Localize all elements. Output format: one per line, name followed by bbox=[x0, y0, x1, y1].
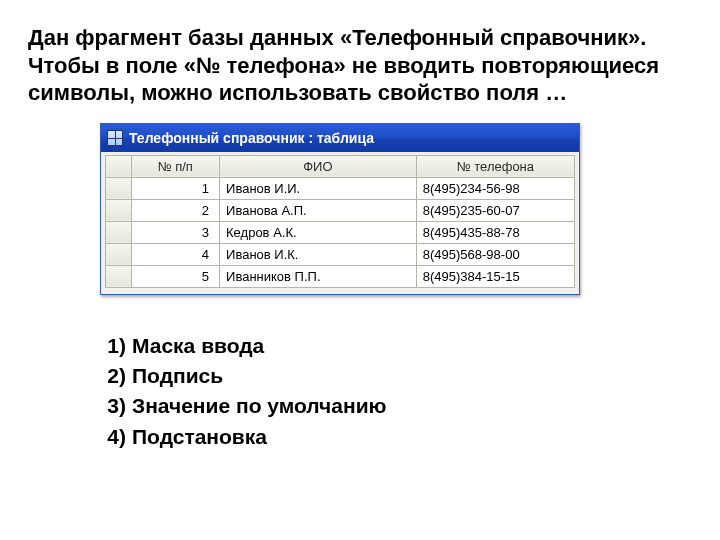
answer-option: 4) Подстановка bbox=[100, 422, 692, 452]
cell-phone: 8(495)568-98-00 bbox=[416, 243, 574, 265]
answer-option: 1) Маска ввода bbox=[100, 331, 692, 361]
answer-number: 1) bbox=[100, 331, 126, 361]
answer-number: 2) bbox=[100, 361, 126, 391]
question-text: Дан фрагмент базы данных «Телефонный спр… bbox=[28, 24, 692, 107]
cell-num: 1 bbox=[131, 177, 220, 199]
table-row: 1 Иванов И.И. 8(495)234-56-98 bbox=[106, 177, 575, 199]
answer-number: 4) bbox=[100, 422, 126, 452]
cell-num: 5 bbox=[131, 265, 220, 287]
table-row: 3 Кедров А.К. 8(495)435-88-78 bbox=[106, 221, 575, 243]
col-header-phone: № телефона bbox=[416, 155, 574, 177]
row-selector bbox=[106, 199, 132, 221]
answer-option: 3) Значение по умолчанию bbox=[100, 391, 692, 421]
answer-text: Значение по умолчанию bbox=[132, 391, 387, 421]
col-header-num: № п/п bbox=[131, 155, 220, 177]
cell-phone: 8(495)235-60-07 bbox=[416, 199, 574, 221]
answer-number: 3) bbox=[100, 391, 126, 421]
cell-phone: 8(495)234-56-98 bbox=[416, 177, 574, 199]
answer-text: Маска ввода bbox=[132, 331, 264, 361]
cell-fio: Кедров А.К. bbox=[220, 221, 417, 243]
col-header-fio: ФИО bbox=[220, 155, 417, 177]
table-row: 5 Иванников П.П. 8(495)384-15-15 bbox=[106, 265, 575, 287]
row-selector bbox=[106, 177, 132, 199]
row-selector bbox=[106, 243, 132, 265]
row-selector-header bbox=[106, 155, 132, 177]
cell-fio: Иванов И.И. bbox=[220, 177, 417, 199]
answer-option: 2) Подпись bbox=[100, 361, 692, 391]
access-window: Телефонный справочник : таблица № п/п ФИ… bbox=[100, 123, 580, 295]
cell-fio: Иванников П.П. bbox=[220, 265, 417, 287]
table-header-row: № п/п ФИО № телефона bbox=[106, 155, 575, 177]
row-selector bbox=[106, 221, 132, 243]
cell-fio: Иванов И.К. bbox=[220, 243, 417, 265]
answer-text: Подстановка bbox=[132, 422, 267, 452]
window-title: Телефонный справочник : таблица bbox=[129, 130, 374, 146]
answer-text: Подпись bbox=[132, 361, 223, 391]
cell-phone: 8(495)384-15-15 bbox=[416, 265, 574, 287]
cell-fio: Иванова А.П. bbox=[220, 199, 417, 221]
table-icon bbox=[107, 130, 123, 146]
datasheet-area: № п/п ФИО № телефона 1 Иванов И.И. 8(495… bbox=[101, 152, 579, 294]
table-row: 4 Иванов И.К. 8(495)568-98-00 bbox=[106, 243, 575, 265]
table-row: 2 Иванова А.П. 8(495)235-60-07 bbox=[106, 199, 575, 221]
answer-list: 1) Маска ввода 2) Подпись 3) Значение по… bbox=[100, 331, 692, 453]
cell-phone: 8(495)435-88-78 bbox=[416, 221, 574, 243]
data-table: № п/п ФИО № телефона 1 Иванов И.И. 8(495… bbox=[105, 155, 575, 288]
window-titlebar: Телефонный справочник : таблица bbox=[101, 124, 579, 152]
cell-num: 4 bbox=[131, 243, 220, 265]
cell-num: 2 bbox=[131, 199, 220, 221]
cell-num: 3 bbox=[131, 221, 220, 243]
row-selector bbox=[106, 265, 132, 287]
